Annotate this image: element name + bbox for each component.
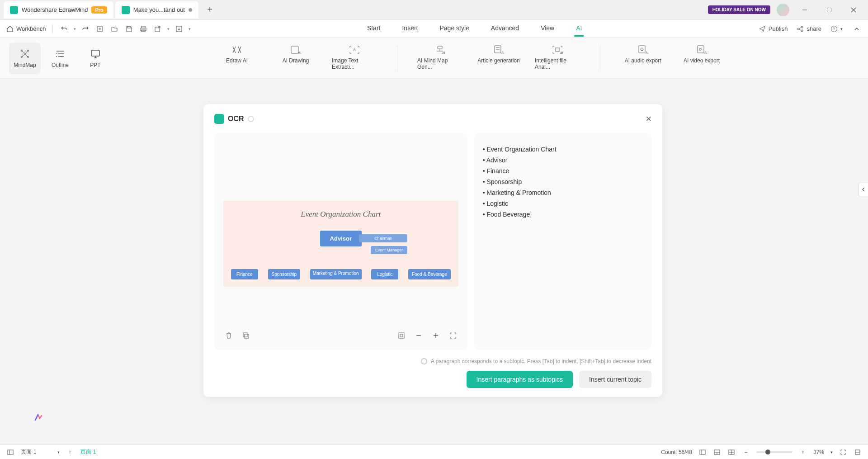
zoom-dropdown-icon[interactable]: ▾ xyxy=(830,450,833,454)
svg-rect-57 xyxy=(399,333,404,338)
export-dropdown-icon[interactable]: ▾ xyxy=(167,27,170,31)
page-selector[interactable]: 页面-1 ▾ xyxy=(21,448,60,456)
org-dept-logistic: Logistic xyxy=(371,269,398,279)
tab-insert[interactable]: Insert xyxy=(400,21,420,37)
svg-rect-37 xyxy=(291,46,298,53)
close-button[interactable] xyxy=(844,3,863,17)
layout-view-3-button[interactable] xyxy=(727,448,736,456)
fit-view-button[interactable] xyxy=(396,330,407,341)
user-avatar[interactable] xyxy=(777,4,789,16)
home-icon xyxy=(6,25,14,33)
fullscreen-status-button[interactable] xyxy=(839,448,847,456)
share-label: share xyxy=(807,25,821,32)
layout-view-2-button[interactable] xyxy=(713,448,721,456)
svg-line-26 xyxy=(26,51,28,53)
redo-button[interactable] xyxy=(80,24,90,34)
document-tab[interactable]: Make you...tand out xyxy=(115,1,198,19)
ai-audio-export-button[interactable]: AI AI audio export xyxy=(620,45,665,72)
svg-rect-34 xyxy=(91,50,99,56)
copy-image-button[interactable] xyxy=(241,330,251,341)
publish-button[interactable]: Publish xyxy=(759,25,788,33)
add-tab-button[interactable]: + xyxy=(203,3,217,17)
mindmap-mode-button[interactable]: MindMap xyxy=(9,43,41,74)
ocr-result-item[interactable]: Sponsorship xyxy=(483,176,642,187)
article-generation-button[interactable]: AI Article generation xyxy=(476,45,521,72)
export-button[interactable] xyxy=(153,24,163,34)
insert-current-topic-button[interactable]: Insert current topic xyxy=(579,371,651,388)
undo-button[interactable] xyxy=(59,24,69,34)
zoom-value[interactable]: 37% xyxy=(813,449,824,455)
app-name: Wondershare EdrawMind xyxy=(22,6,88,13)
menu-tabs: Start Insert Page style Advanced View AI xyxy=(365,21,584,37)
ocr-result-item[interactable]: Finance xyxy=(483,166,642,176)
svg-rect-48 xyxy=(556,48,559,52)
ai-drawing-button[interactable]: AI AI Drawing xyxy=(273,45,318,72)
insert-subtopics-button[interactable]: Insert paragraphs as subtopics xyxy=(467,371,573,388)
undo-dropdown-icon[interactable]: ▾ xyxy=(74,27,76,31)
import-button[interactable] xyxy=(174,24,184,34)
edraw-ai-label: Edraw AI xyxy=(226,57,248,64)
zoom-in-status-button[interactable]: + xyxy=(799,448,807,456)
svg-point-33 xyxy=(56,56,57,57)
new-file-button[interactable] xyxy=(95,24,105,34)
maximize-button[interactable] xyxy=(820,3,838,17)
ocr-result-item[interactable]: Marketing & Promotion xyxy=(483,187,642,198)
audio-export-icon: AI xyxy=(637,45,649,55)
zoom-out-button[interactable] xyxy=(413,330,424,341)
tab-page-style[interactable]: Page style xyxy=(438,21,471,37)
svg-point-51 xyxy=(641,48,643,51)
ocr-result-item[interactable]: Food Beverage xyxy=(483,209,642,220)
print-button[interactable] xyxy=(138,24,148,34)
ocr-actions: Insert paragraphs as subtopics Insert cu… xyxy=(214,371,651,388)
delete-image-button[interactable] xyxy=(223,330,234,341)
zoom-out-status-button[interactable]: − xyxy=(742,448,750,456)
holiday-sale-badge[interactable]: HOLIDAY SALE ON NOW xyxy=(708,5,770,14)
ocr-result-item[interactable]: Advisor xyxy=(483,155,642,166)
outline-mode-button[interactable]: Outline xyxy=(44,43,76,74)
zoom-thumb[interactable] xyxy=(765,450,770,454)
ocr-result-panel[interactable]: Event Organzation Chart Advisor Finance … xyxy=(474,133,651,350)
workbench-button[interactable]: Workbench xyxy=(6,25,46,33)
close-dialog-button[interactable]: × xyxy=(646,113,651,125)
ai-video-export-button[interactable]: AI AI video export xyxy=(679,45,724,72)
ai-mindmap-gen-button[interactable]: AI AI Mind Map Gen... xyxy=(417,45,462,72)
edraw-ai-button[interactable]: Edraw AI xyxy=(214,45,259,72)
current-page-tab[interactable]: 页面-1 xyxy=(80,448,96,456)
save-button[interactable] xyxy=(124,24,134,34)
tab-view[interactable]: View xyxy=(539,21,556,37)
intelligent-file-analysis-button[interactable]: AI Intelligent file Anal... xyxy=(535,45,580,72)
image-text-extraction-button[interactable]: A Image Text Extracti... xyxy=(332,45,377,72)
ai-tools-group: Edraw AI AI AI Drawing A Image Text Extr… xyxy=(214,45,724,72)
fullscreen-button[interactable] xyxy=(448,330,458,341)
minimize-button[interactable] xyxy=(796,3,814,17)
add-page-button[interactable]: + xyxy=(66,448,74,456)
view-mode-group: MindMap Outline PPT xyxy=(9,43,111,74)
ocr-result-item[interactable]: Event Organzation Chart xyxy=(483,144,642,155)
open-folder-button[interactable] xyxy=(109,24,119,34)
more-dropdown-icon[interactable]: ▾ xyxy=(189,27,191,31)
fit-page-button[interactable] xyxy=(854,448,862,456)
svg-rect-58 xyxy=(400,334,403,337)
toolbar-right: Publish share ? ▾ xyxy=(759,24,862,34)
panel-toggle-button[interactable] xyxy=(6,448,14,456)
zoom-in-button[interactable] xyxy=(430,330,441,341)
org-chart-top: Advisor Chairman Event Manager xyxy=(227,231,455,246)
titlebar: Wondershare EdrawMind Pro Make you...tan… xyxy=(0,0,868,20)
tab-start[interactable]: Start xyxy=(365,21,382,37)
side-panel-collapse-button[interactable] xyxy=(859,183,868,196)
share-button[interactable]: share xyxy=(797,25,821,33)
layout-view-1-button[interactable] xyxy=(698,448,707,456)
loading-spinner-icon xyxy=(248,116,254,122)
svg-point-14 xyxy=(801,26,803,28)
help-button[interactable]: ? ▾ xyxy=(830,25,843,33)
collapse-ribbon-button[interactable] xyxy=(852,24,862,34)
ocr-result-item[interactable]: Logistic xyxy=(483,198,642,209)
app-tab-main[interactable]: Wondershare EdrawMind Pro xyxy=(4,1,113,19)
tab-ai[interactable]: AI xyxy=(574,21,584,37)
tab-advanced[interactable]: Advanced xyxy=(489,21,521,37)
svg-text:AI: AI xyxy=(704,51,708,54)
ppt-mode-button[interactable]: PPT xyxy=(80,43,111,74)
svg-text:AI: AI xyxy=(442,51,445,54)
zoom-slider[interactable] xyxy=(756,451,793,453)
svg-rect-53 xyxy=(698,46,704,53)
